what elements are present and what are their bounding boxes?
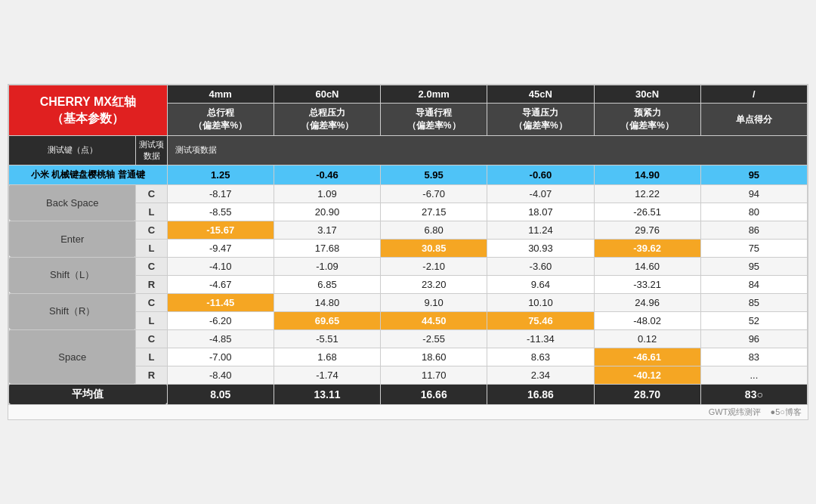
footer-v2: 13.11 bbox=[274, 384, 380, 404]
metric-6: 单点得分 bbox=[700, 104, 807, 136]
main-container: CHERRY MX红轴 （基本参数） 4mm 60cN 2.0mm 45cN 3… bbox=[8, 84, 808, 420]
data-cell-v2: 1.09 bbox=[274, 184, 380, 203]
highlight-v1: 1.25 bbox=[167, 165, 274, 184]
key-col-header: 测试键（点） bbox=[9, 135, 136, 165]
data-cell-v6: 95 bbox=[700, 257, 807, 275]
data-cell-v4: 10.10 bbox=[487, 293, 594, 311]
data-cell-v4: 75.46 bbox=[487, 311, 594, 329]
data-cell-v1: -8.17 bbox=[167, 184, 274, 203]
highlight-row: 小米 机械键盘樱桃轴 普通键 1.25 -0.46 5.95 -0.60 14.… bbox=[9, 165, 808, 184]
sub-label: C bbox=[136, 184, 167, 203]
data-cell-v5: -40.12 bbox=[594, 366, 700, 384]
key-label: Shift（R） bbox=[9, 293, 136, 329]
data-cell-v2: -1.74 bbox=[274, 366, 380, 384]
data-cell-v5: 24.96 bbox=[594, 293, 700, 311]
table-row: SpaceC-4.85-5.51-2.55-11.340.1296 bbox=[9, 329, 808, 348]
sub-label: C bbox=[136, 293, 167, 311]
brand-line1: CHERRY MX红轴 bbox=[40, 95, 136, 108]
data-cell-v6: 84 bbox=[700, 275, 807, 293]
data-cell-v1: -8.40 bbox=[167, 366, 274, 384]
key-label: Shift（L） bbox=[9, 257, 136, 293]
data-cell-v6: 96 bbox=[700, 329, 807, 348]
brand-header: CHERRY MX红轴 （基本参数） bbox=[9, 85, 168, 136]
data-cell-v5: 29.76 bbox=[594, 221, 700, 239]
data-cell-v1: -7.00 bbox=[167, 348, 274, 366]
param-5: 30cN bbox=[594, 85, 700, 104]
data-cell-v4: 8.63 bbox=[487, 348, 594, 366]
sub-label: C bbox=[136, 257, 167, 275]
data-cell-v3: -2.55 bbox=[381, 329, 487, 348]
data-cell-v5: 12.22 bbox=[594, 184, 700, 203]
data-cell-v2: 20.90 bbox=[274, 203, 380, 221]
table-row: EnterC-15.673.176.8011.2429.7686 bbox=[9, 221, 808, 239]
footer-v1: 8.05 bbox=[167, 384, 274, 404]
data-cell-v1: -8.55 bbox=[167, 203, 274, 221]
data-cell-v6: 80 bbox=[700, 203, 807, 221]
sub-label: C bbox=[136, 221, 167, 239]
data-cell-v4: 11.24 bbox=[487, 221, 594, 239]
param-6: / bbox=[700, 85, 807, 104]
data-cell-v5: -48.02 bbox=[594, 311, 700, 329]
metric-2: 总程压力（偏差率%） bbox=[274, 104, 380, 136]
footer-v5: 28.70 bbox=[594, 384, 700, 404]
key-label: Enter bbox=[9, 221, 136, 257]
data-cell-v1: -4.85 bbox=[167, 329, 274, 348]
metric-4: 导通压力（偏差率%） bbox=[487, 104, 594, 136]
data-cell-v6: 75 bbox=[700, 239, 807, 257]
data-cell-v3: -6.70 bbox=[381, 184, 487, 203]
footer-v6: 83○ bbox=[700, 384, 807, 404]
sub-label: L bbox=[136, 239, 167, 257]
data-cell-v5: 0.12 bbox=[594, 329, 700, 348]
watermark-text: GWT观纬测评 bbox=[709, 407, 762, 416]
data-cell-v2: -1.09 bbox=[274, 257, 380, 275]
data-cell-v3: 9.10 bbox=[381, 293, 487, 311]
highlight-v2: -0.46 bbox=[274, 165, 380, 184]
data-cell-v2: 69.65 bbox=[274, 311, 380, 329]
data-cell-v3: 44.50 bbox=[381, 311, 487, 329]
data-cell-v5: -46.61 bbox=[594, 348, 700, 366]
highlight-v4: -0.60 bbox=[487, 165, 594, 184]
data-cell-v2: -5.51 bbox=[274, 329, 380, 348]
data-cell-v4: -4.07 bbox=[487, 184, 594, 203]
data-cell-v3: 18.60 bbox=[381, 348, 487, 366]
data-cell-v1: -11.45 bbox=[167, 293, 274, 311]
param-3: 2.0mm bbox=[381, 85, 487, 104]
data-cell-v6: 83 bbox=[700, 348, 807, 366]
data-cell-v5: -26.51 bbox=[594, 203, 700, 221]
data-cell-v5: 14.60 bbox=[594, 257, 700, 275]
data-cell-v1: -4.67 bbox=[167, 275, 274, 293]
data-cell-v3: 11.70 bbox=[381, 366, 487, 384]
sub-label: R bbox=[136, 275, 167, 293]
data-cell-v1: -9.47 bbox=[167, 239, 274, 257]
highlight-v3: 5.95 bbox=[381, 165, 487, 184]
highlight-v5: 14.90 bbox=[594, 165, 700, 184]
data-cell-v3: -2.10 bbox=[381, 257, 487, 275]
sub-label: L bbox=[136, 203, 167, 221]
data-cell-v6: 94 bbox=[700, 184, 807, 203]
data-cell-v3: 30.85 bbox=[381, 239, 487, 257]
sub-label: L bbox=[136, 311, 167, 329]
highlight-key: 小米 机械键盘樱桃轴 普通键 bbox=[9, 165, 168, 184]
data-cell-v2: 6.85 bbox=[274, 275, 380, 293]
data-cell-v2: 3.17 bbox=[274, 221, 380, 239]
key-label: Back Space bbox=[9, 184, 136, 221]
data-cell-v3: 27.15 bbox=[381, 203, 487, 221]
source-text: ●5○博客 bbox=[771, 407, 802, 416]
data-cell-v4: 30.93 bbox=[487, 239, 594, 257]
metric-3: 导通行程（偏差率%） bbox=[381, 104, 487, 136]
data-cell-v4: 18.07 bbox=[487, 203, 594, 221]
test-col-header: 测试项数据 bbox=[136, 135, 167, 165]
data-cell-v6: 85 bbox=[700, 293, 807, 311]
table-row: Shift（L）C-4.10-1.09-2.10-3.6014.6095 bbox=[9, 257, 808, 275]
data-cell-v1: -15.67 bbox=[167, 221, 274, 239]
param-2: 60cN bbox=[274, 85, 380, 104]
sub-label: L bbox=[136, 348, 167, 366]
param-1: 4mm bbox=[167, 85, 274, 104]
data-cell-v6: ... bbox=[700, 366, 807, 384]
data-cell-v6: 86 bbox=[700, 221, 807, 239]
metric-1: 总行程（偏差率%） bbox=[167, 104, 274, 136]
data-cell-v2: 17.68 bbox=[274, 239, 380, 257]
data-cell-v3: 23.20 bbox=[381, 275, 487, 293]
footer-label: 平均值 bbox=[9, 384, 168, 404]
data-cell-v1: -4.10 bbox=[167, 257, 274, 275]
